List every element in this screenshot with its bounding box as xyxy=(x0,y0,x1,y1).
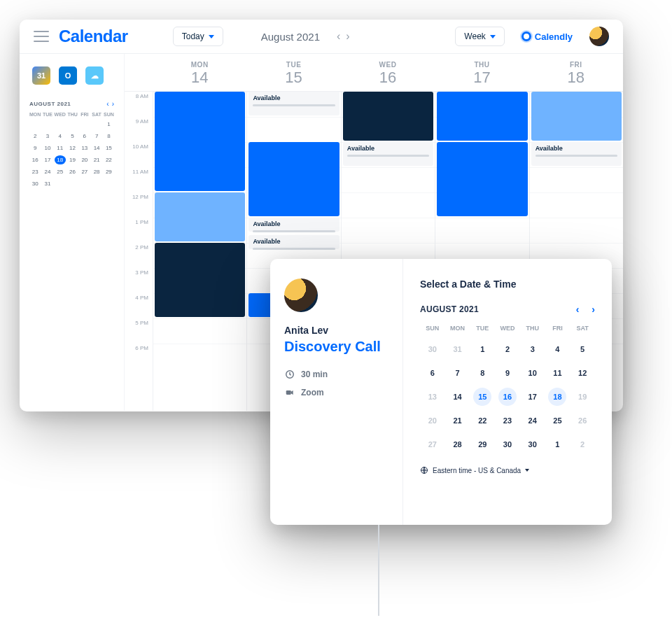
outlook-icon[interactable]: O xyxy=(59,66,77,85)
pop-day[interactable]: 27 xyxy=(424,435,442,453)
mini-day[interactable]: 11 xyxy=(55,143,66,153)
mini-day[interactable]: 17 xyxy=(42,155,52,164)
mini-day[interactable]: 7 xyxy=(91,132,102,141)
mini-day[interactable] xyxy=(42,120,52,129)
mini-day[interactable] xyxy=(91,120,102,129)
calendar-event[interactable]: Available xyxy=(343,142,433,166)
mini-day[interactable]: 31 xyxy=(42,179,52,188)
pop-day[interactable]: 24 xyxy=(524,411,542,430)
calendar-event[interactable] xyxy=(155,243,245,317)
pop-day[interactable]: 13 xyxy=(424,388,442,406)
calendar-event[interactable] xyxy=(155,92,245,191)
calendar-event[interactable] xyxy=(248,142,339,216)
pop-day[interactable]: 19 xyxy=(573,388,592,406)
pop-day[interactable]: 4 xyxy=(548,340,566,358)
calendar-event[interactable] xyxy=(531,92,622,141)
mini-day[interactable]: 27 xyxy=(79,167,90,176)
pop-day[interactable]: 2 xyxy=(573,435,592,453)
mini-day[interactable]: 5 xyxy=(67,132,78,141)
mini-day[interactable]: 26 xyxy=(67,167,78,176)
pop-day[interactable]: 8 xyxy=(473,364,491,382)
mini-day[interactable]: 23 xyxy=(29,167,41,176)
calendar-event[interactable] xyxy=(437,92,527,141)
mini-day[interactable]: 24 xyxy=(42,167,52,176)
pop-next-button[interactable]: › xyxy=(592,304,595,315)
mini-day[interactable] xyxy=(79,179,90,188)
mini-day[interactable]: 22 xyxy=(104,155,114,164)
avatar[interactable] xyxy=(589,27,609,46)
pop-day[interactable]: 21 xyxy=(449,411,467,430)
mini-day[interactable]: 18 xyxy=(55,155,66,164)
mini-prev-button[interactable]: ‹ xyxy=(106,100,108,108)
mini-day[interactable]: 8 xyxy=(104,132,114,141)
pop-day[interactable]: 28 xyxy=(449,435,467,453)
mini-day[interactable] xyxy=(104,179,114,188)
calendly-badge[interactable]: Calendly xyxy=(522,31,573,42)
mini-day[interactable]: 10 xyxy=(42,143,52,153)
pop-day[interactable]: 10 xyxy=(524,364,542,382)
prev-month-button[interactable]: ‹ xyxy=(337,30,340,43)
calendar-event[interactable]: Available xyxy=(248,235,339,249)
calendar-event[interactable]: Available xyxy=(248,218,339,232)
pop-day[interactable]: 6 xyxy=(424,364,442,382)
today-button[interactable]: Today xyxy=(173,27,223,46)
mini-day[interactable] xyxy=(79,120,90,129)
mini-day[interactable]: 3 xyxy=(42,132,52,141)
next-month-button[interactable]: › xyxy=(346,30,349,43)
menu-icon[interactable] xyxy=(34,31,49,42)
mini-day[interactable] xyxy=(67,120,78,129)
pop-day[interactable]: 3 xyxy=(524,340,542,358)
mini-day[interactable]: 4 xyxy=(55,132,66,141)
pop-day[interactable]: 23 xyxy=(498,411,517,430)
pop-day[interactable]: 1 xyxy=(473,340,491,358)
mini-day[interactable]: 28 xyxy=(91,167,102,176)
mini-day[interactable] xyxy=(55,120,66,129)
pop-day[interactable]: 20 xyxy=(424,411,442,430)
pop-day[interactable]: 18 xyxy=(548,388,566,406)
calendar-event[interactable]: Available xyxy=(531,142,622,166)
pop-day[interactable]: 26 xyxy=(573,411,592,430)
pop-day[interactable]: 30 xyxy=(424,340,442,358)
pop-day[interactable]: 30 xyxy=(524,435,542,453)
pop-day[interactable]: 7 xyxy=(449,364,467,382)
mini-day[interactable]: 13 xyxy=(79,143,90,153)
mini-day[interactable] xyxy=(55,179,66,188)
mini-day[interactable]: 1 xyxy=(104,120,114,129)
mini-next-button[interactable]: › xyxy=(112,100,114,108)
mini-day[interactable]: 12 xyxy=(67,143,78,153)
mini-day[interactable]: 2 xyxy=(29,132,41,141)
calendar-event[interactable]: Available xyxy=(248,92,339,115)
timezone-row[interactable]: Eastern time - US & Canada xyxy=(420,466,595,474)
mini-day[interactable] xyxy=(29,120,41,129)
mini-day[interactable] xyxy=(67,179,78,188)
mini-day[interactable]: 15 xyxy=(104,143,114,153)
pop-day[interactable]: 2 xyxy=(498,340,517,358)
pop-day[interactable]: 22 xyxy=(473,411,491,430)
pop-day[interactable]: 25 xyxy=(548,411,566,430)
pop-day[interactable]: 16 xyxy=(498,388,517,406)
pop-day[interactable]: 30 xyxy=(498,435,517,453)
pop-day[interactable]: 14 xyxy=(449,388,467,406)
pop-day[interactable]: 5 xyxy=(573,340,592,358)
view-button[interactable]: Week xyxy=(455,27,504,46)
pop-day[interactable]: 1 xyxy=(548,435,566,453)
mini-day[interactable]: 9 xyxy=(29,143,41,153)
pop-day[interactable]: 29 xyxy=(473,435,491,453)
pop-day[interactable]: 9 xyxy=(498,364,517,382)
mini-day[interactable]: 6 xyxy=(79,132,90,141)
mini-day[interactable]: 20 xyxy=(79,155,90,164)
pop-prev-button[interactable]: ‹ xyxy=(576,304,580,315)
mini-day[interactable]: 19 xyxy=(67,155,78,164)
pop-day[interactable]: 11 xyxy=(548,364,566,382)
pop-day[interactable]: 12 xyxy=(573,364,592,382)
mini-day[interactable]: 29 xyxy=(104,167,114,176)
google-calendar-icon[interactable]: 31 xyxy=(32,66,50,85)
mini-day[interactable]: 16 xyxy=(29,155,41,164)
pop-day[interactable]: 31 xyxy=(449,340,467,358)
mini-day[interactable]: 21 xyxy=(91,155,102,164)
pop-day[interactable]: 15 xyxy=(473,388,491,406)
calendar-event[interactable] xyxy=(155,192,245,241)
mini-day[interactable]: 14 xyxy=(91,143,102,153)
calendar-event[interactable] xyxy=(437,142,527,216)
mini-day[interactable]: 25 xyxy=(55,167,66,176)
